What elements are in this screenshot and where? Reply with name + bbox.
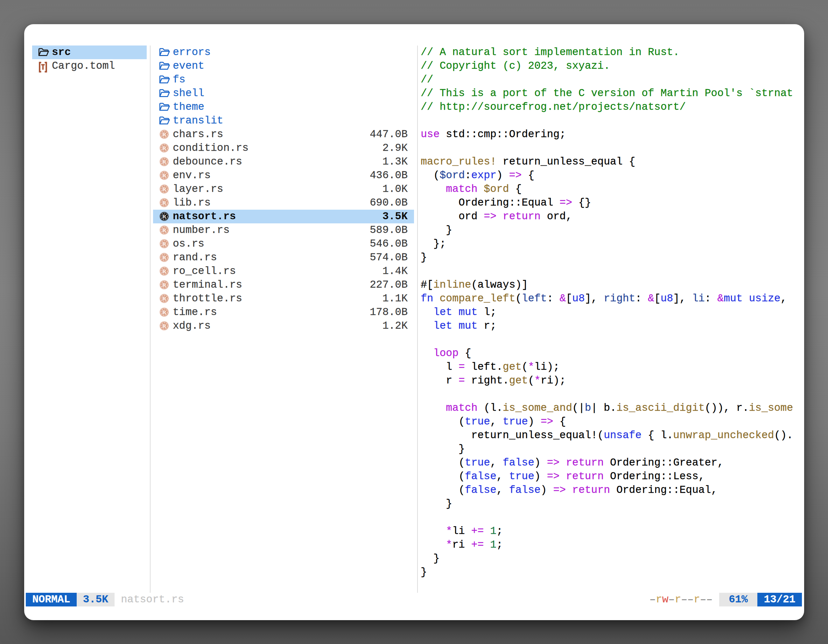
svg-text:R: R xyxy=(162,282,166,288)
svg-text:R: R xyxy=(162,241,166,247)
svg-text:R: R xyxy=(162,213,166,219)
svg-text:R: R xyxy=(162,323,166,329)
svg-text:R: R xyxy=(162,131,166,138)
svg-text:R: R xyxy=(162,186,166,192)
svg-text:R: R xyxy=(162,254,166,260)
svg-text:R: R xyxy=(162,199,166,206)
svg-text:R: R xyxy=(162,227,166,233)
svg-text:R: R xyxy=(162,172,166,179)
svg-text:R: R xyxy=(162,268,166,274)
svg-text:R: R xyxy=(162,145,166,151)
svg-text:R: R xyxy=(162,295,166,302)
svg-text:R: R xyxy=(162,309,166,315)
svg-text:R: R xyxy=(162,158,166,165)
